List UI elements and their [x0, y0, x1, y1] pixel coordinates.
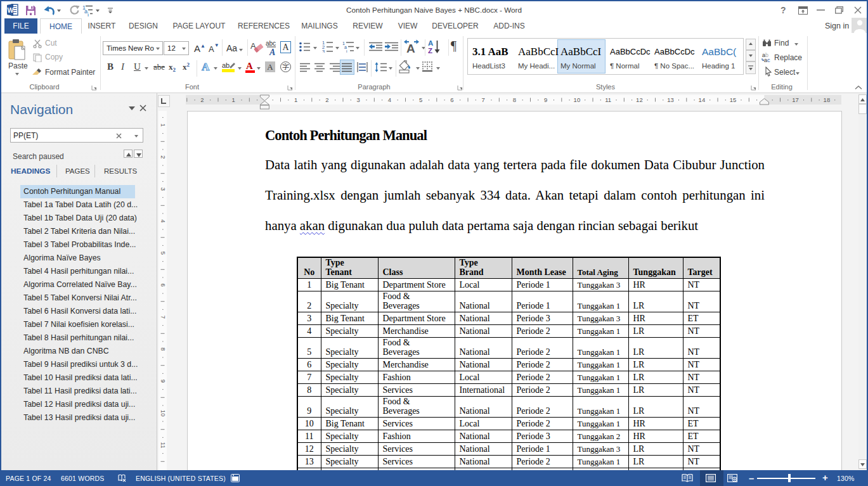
svg-text:1: 1 — [294, 96, 297, 103]
svg-text:9: 9 — [160, 380, 167, 383]
svg-text:3: 3 — [160, 188, 167, 191]
svg-text:i: i — [87, 12, 89, 16]
svg-text:18: 18 — [824, 96, 831, 103]
svg-text:6: 6 — [160, 283, 167, 286]
svg-text:2: 2 — [160, 155, 167, 158]
svg-text:5: 5 — [419, 96, 422, 103]
svg-text:1: 1 — [160, 124, 167, 127]
svg-text:W: W — [8, 6, 14, 14]
svg-text:3: 3 — [322, 49, 325, 53]
svg-text:A: A — [269, 48, 275, 56]
svg-text:1: 1 — [232, 96, 235, 103]
svg-text:A: A — [428, 39, 433, 47]
svg-text:4: 4 — [160, 219, 167, 222]
svg-text:3: 3 — [356, 96, 360, 103]
svg-text:ab: ab — [222, 61, 230, 69]
svg-text:A: A — [406, 42, 415, 53]
svg-text:6: 6 — [450, 96, 453, 103]
svg-text:Z: Z — [428, 47, 432, 54]
svg-text:abc: abc — [266, 40, 276, 47]
svg-text:A: A — [202, 61, 210, 73]
svg-text:9: 9 — [544, 96, 547, 103]
svg-text:8: 8 — [160, 347, 167, 350]
svg-text:17: 17 — [792, 96, 799, 103]
svg-text:11: 11 — [160, 442, 167, 449]
svg-text:14: 14 — [699, 96, 706, 103]
svg-text:11: 11 — [605, 96, 611, 103]
svg-text:8: 8 — [513, 96, 516, 103]
svg-text:5: 5 — [160, 252, 167, 255]
svg-text:c: c — [767, 57, 770, 63]
svg-text:15: 15 — [730, 96, 737, 103]
svg-text:7: 7 — [160, 316, 167, 319]
svg-text:A: A — [246, 61, 253, 71]
svg-text:2: 2 — [325, 96, 328, 103]
svg-text:2: 2 — [200, 96, 204, 103]
svg-text:7: 7 — [481, 96, 484, 103]
svg-text:a: a — [344, 45, 347, 49]
svg-text:10: 10 — [160, 410, 167, 417]
svg-text:4: 4 — [388, 96, 391, 103]
svg-text:i: i — [346, 49, 347, 53]
svg-text:13: 13 — [667, 96, 674, 103]
svg-text:10: 10 — [574, 96, 581, 103]
svg-text:12: 12 — [636, 96, 643, 103]
